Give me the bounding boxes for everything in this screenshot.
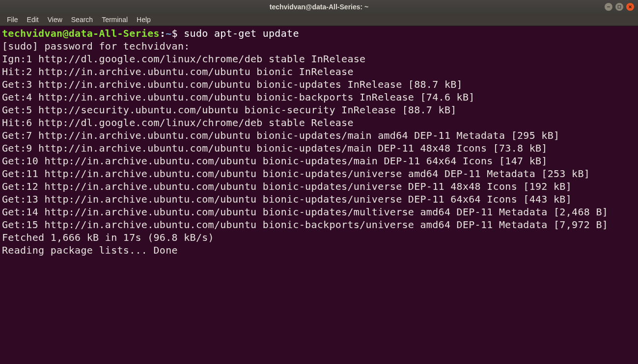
menu-help[interactable]: Help — [133, 15, 155, 25]
command-text: sudo apt-get update — [184, 27, 299, 39]
menu-terminal[interactable]: Terminal — [98, 15, 132, 25]
output-line: Get:13 http://in.archive.ubuntu.com/ubun… — [2, 193, 636, 206]
output-line: Get:10 http://in.archive.ubuntu.com/ubun… — [2, 155, 636, 167]
prompt-user-host: techvidvan@data-All-Series — [2, 27, 160, 39]
window-controls — [605, 3, 634, 11]
close-button[interactable] — [626, 3, 634, 11]
output-line: Hit:6 http://dl.google.com/linux/chrome/… — [2, 116, 636, 129]
output-line: Get:7 http://in.archive.ubuntu.com/ubunt… — [2, 129, 636, 142]
svg-rect-1 — [618, 5, 621, 8]
output-line: Get:5 http://security.ubuntu.com/ubuntu … — [2, 104, 636, 116]
output-line: Get:3 http://in.archive.ubuntu.com/ubunt… — [2, 78, 636, 91]
menu-view[interactable]: View — [44, 15, 66, 25]
minimize-button[interactable] — [605, 3, 612, 11]
menubar: File Edit View Search Terminal Help — [0, 14, 638, 26]
prompt-dollar: $ — [172, 27, 178, 39]
close-icon — [628, 5, 632, 9]
maximize-button[interactable] — [615, 3, 623, 11]
output-line: Ign:1 http://dl.google.com/linux/chrome/… — [2, 52, 636, 65]
output-line: Get:15 http://in.archive.ubuntu.com/ubun… — [2, 218, 636, 231]
menu-edit[interactable]: Edit — [23, 15, 43, 25]
prompt-path: ~ — [166, 27, 171, 39]
output-container: [sudo] password for techvidvan:Ign:1 htt… — [2, 40, 636, 257]
terminal-body[interactable]: techvidvan@data-All-Series:~$ sudo apt-g… — [0, 26, 638, 364]
menu-file[interactable]: File — [3, 15, 22, 25]
output-line: Get:9 http://in.archive.ubuntu.com/ubunt… — [2, 142, 636, 155]
titlebar: techvidvan@data-All-Series: ~ — [0, 0, 638, 14]
output-line: Hit:2 http://in.archive.ubuntu.com/ubunt… — [2, 65, 636, 78]
window-title: techvidvan@data-All-Series: ~ — [4, 3, 634, 11]
output-line: Get:14 http://in.archive.ubuntu.com/ubun… — [2, 206, 636, 218]
maximize-icon — [617, 5, 621, 9]
output-line: Get:11 http://in.archive.ubuntu.com/ubun… — [2, 167, 636, 180]
menu-search[interactable]: Search — [67, 15, 97, 25]
output-line: [sudo] password for techvidvan: — [2, 40, 636, 52]
prompt-line: techvidvan@data-All-Series:~$ sudo apt-g… — [2, 27, 636, 40]
output-line: Reading package lists... Done — [2, 244, 636, 257]
output-line: Fetched 1,666 kB in 17s (96.8 kB/s) — [2, 231, 636, 244]
output-line: Get:4 http://in.archive.ubuntu.com/ubunt… — [2, 91, 636, 104]
minimize-icon — [607, 5, 610, 9]
terminal-window: techvidvan@data-All-Series: ~ File Edit … — [0, 0, 638, 364]
prompt-separator: : — [160, 27, 166, 39]
output-line: Get:12 http://in.archive.ubuntu.com/ubun… — [2, 180, 636, 193]
